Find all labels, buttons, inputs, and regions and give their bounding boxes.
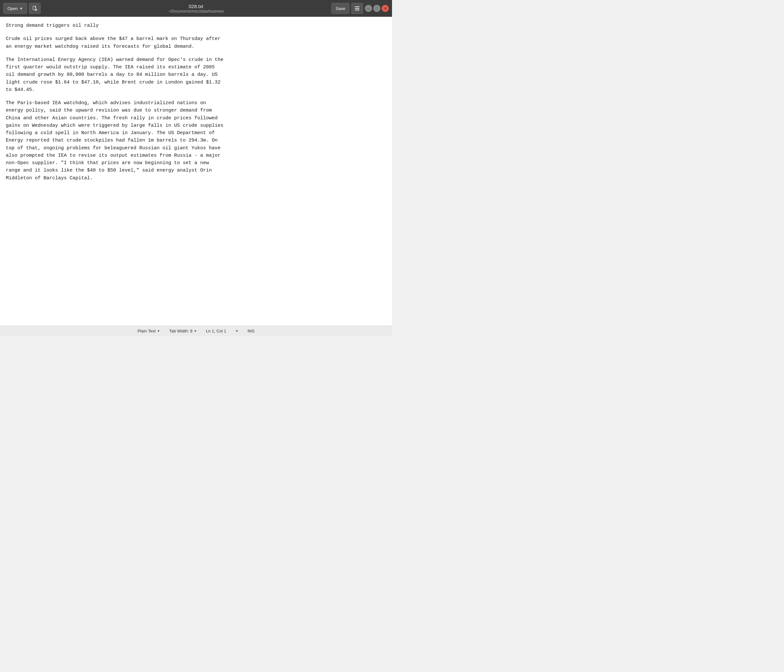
file-name: 028.txt <box>168 3 224 9</box>
language-label: Plain Text <box>138 328 156 333</box>
titlebar: Open ▼ 028.txt ~/Documents/msc/data/busi… <box>0 0 392 17</box>
paragraph-1: Strong demand triggers oil rally <box>6 22 386 30</box>
position-chevron-icon: ▼ <box>235 329 238 333</box>
language-selector[interactable]: Plain Text ▼ <box>138 328 160 333</box>
save-button[interactable]: Save <box>331 3 350 14</box>
insert-mode: INS <box>247 328 255 333</box>
cursor-position[interactable]: Ln 1, Col 1 <box>206 328 226 333</box>
maximize-button[interactable]: □ <box>373 5 380 12</box>
paragraph-3: The International Energy Agency (IEA) wa… <box>6 56 386 93</box>
editor-content: Strong demand triggers oil rally Crude o… <box>6 22 386 182</box>
tab-width-label: Tab Width: 8 <box>169 328 193 333</box>
save-label: Save <box>336 6 345 11</box>
position-label: Ln 1, Col 1 <box>206 328 226 333</box>
open-button[interactable]: Open ▼ <box>3 3 27 14</box>
paragraph-4: The Paris-based IEA watchdog, which advi… <box>6 99 386 182</box>
new-file-icon <box>33 5 37 12</box>
open-label: Open <box>8 6 18 11</box>
titlebar-center: 028.txt ~/Documents/msc/data/business <box>168 3 224 14</box>
position-arrow[interactable]: ▼ <box>235 329 238 333</box>
tab-width-chevron-icon: ▼ <box>194 329 197 333</box>
minimize-button[interactable]: — <box>365 5 372 12</box>
titlebar-right: Save — □ ✕ <box>331 3 389 14</box>
file-path: ~/Documents/msc/data/business <box>168 9 224 14</box>
new-file-button[interactable] <box>29 3 40 14</box>
hamburger-icon <box>355 6 359 10</box>
editor-area[interactable]: Strong demand triggers oil rally Crude o… <box>0 17 392 326</box>
tab-width-selector[interactable]: Tab Width: 8 ▼ <box>169 328 197 333</box>
window-controls: — □ ✕ <box>365 5 389 12</box>
mode-label: INS <box>247 328 255 333</box>
titlebar-left: Open ▼ <box>3 3 40 14</box>
statusbar: Plain Text ▼ Tab Width: 8 ▼ Ln 1, Col 1 … <box>0 326 392 336</box>
close-button[interactable]: ✕ <box>382 5 389 12</box>
open-chevron-icon: ▼ <box>20 7 23 10</box>
paragraph-2: Crude oil prices surged back above the $… <box>6 35 386 50</box>
language-chevron-icon: ▼ <box>157 329 160 333</box>
menu-button[interactable] <box>352 3 363 14</box>
